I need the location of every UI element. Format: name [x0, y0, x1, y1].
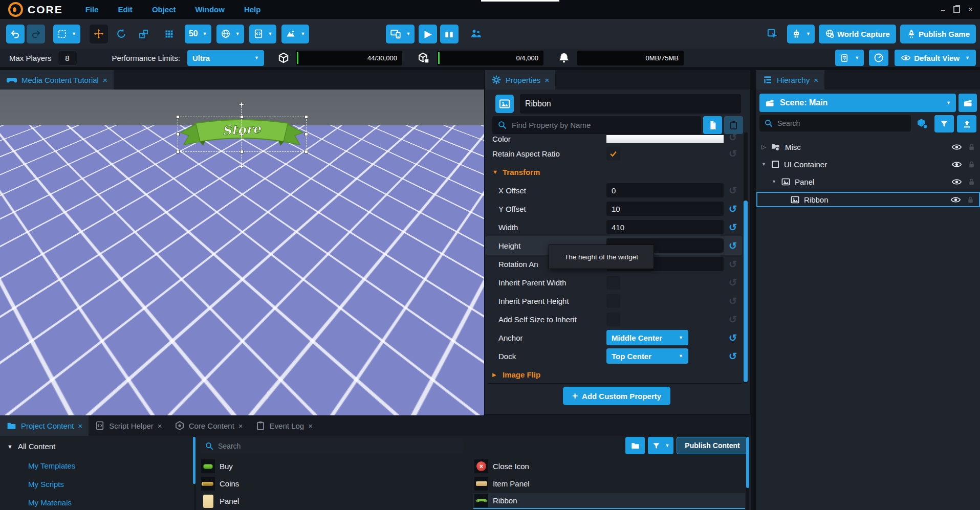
maximize-icon[interactable] — [953, 6, 960, 13]
retain-aspect-checkbox[interactable] — [606, 147, 620, 161]
tab-core-content[interactable]: Core Content × — [168, 415, 249, 436]
close-tab-icon[interactable]: × — [78, 422, 82, 430]
visibility-eye-icon[interactable] — [951, 142, 962, 152]
tree-my-materials[interactable]: My Materials — [28, 498, 72, 507]
reset-icon[interactable]: ↺ — [724, 332, 742, 344]
selection-handle[interactable] — [176, 132, 180, 136]
copy-properties-button[interactable] — [703, 116, 722, 134]
y-offset-field[interactable]: 10 — [606, 202, 724, 216]
terrain-dropdown[interactable]: ▼ — [281, 25, 309, 43]
selection-handle[interactable] — [176, 115, 180, 119]
close-tab-icon[interactable]: × — [545, 76, 549, 84]
reset-icon[interactable]: ↺ — [724, 132, 742, 143]
script-dropdown[interactable]: ▼ — [249, 25, 277, 43]
width-field[interactable]: 410 — [606, 220, 724, 234]
scene-3d-viewport[interactable]: Store + + + Z — [0, 90, 484, 415]
menu-help[interactable]: Help — [244, 5, 261, 14]
store-panel-widget[interactable] — [148, 139, 337, 362]
menu-file[interactable]: File — [85, 5, 99, 14]
selection-handle[interactable] — [304, 150, 308, 153]
property-search-input[interactable]: Find Property by Name — [492, 116, 701, 134]
tree-node-panel[interactable]: ▼ Panel — [756, 174, 980, 189]
tree-node-misc[interactable]: ▷ Misc — [756, 140, 980, 154]
expander-expanded-icon[interactable]: ▼ — [772, 179, 779, 184]
content-scrollbar-thumb[interactable] — [746, 437, 749, 488]
hierarchy-search-input[interactable]: Search — [759, 115, 911, 131]
pause-button[interactable]: ▮▮ — [440, 25, 459, 43]
x-offset-field[interactable]: 0 — [606, 183, 724, 197]
grid-snap-button[interactable] — [160, 25, 179, 43]
publish-content-button[interactable]: Publish Content — [677, 437, 748, 454]
selection-handle[interactable] — [176, 150, 180, 153]
multiplayer-preview-mode-dropdown[interactable]: ▼ — [835, 50, 864, 66]
close-tab-icon[interactable]: × — [103, 76, 107, 84]
minimize-icon[interactable]: – — [941, 6, 945, 14]
reset-icon[interactable]: ↺ — [724, 221, 742, 233]
expander-expanded-icon[interactable]: ▼ — [761, 162, 769, 167]
hierarchy-export-button[interactable] — [957, 115, 976, 132]
selection-handle[interactable] — [240, 115, 244, 119]
close-tab-icon[interactable]: × — [158, 422, 162, 430]
menu-window[interactable]: Window — [195, 5, 225, 14]
tab-hierarchy[interactable]: Hierarchy × — [756, 70, 824, 90]
reset-icon[interactable]: ↺ — [724, 258, 742, 270]
close-tab-icon[interactable]: × — [308, 422, 313, 430]
new-folder-button[interactable] — [625, 437, 645, 454]
section-image-flip[interactable]: ▶ Image Flip — [485, 365, 742, 383]
add-custom-property-button[interactable]: + Add Custom Property — [563, 387, 670, 405]
selection-handle[interactable] — [304, 115, 308, 119]
expander-expanded-icon[interactable]: ▼ — [7, 444, 13, 450]
menu-edit[interactable]: Edit — [118, 5, 133, 14]
tree-scrollbar-thumb[interactable] — [193, 437, 195, 484]
lock-icon[interactable] — [967, 160, 976, 169]
tab-script-helper[interactable]: Script Helper × — [89, 415, 168, 436]
tree-node-ribbon[interactable]: Ribbon — [756, 192, 980, 207]
preview-device-dropdown[interactable]: ▼ — [386, 25, 415, 43]
tab-media-content-tutorial[interactable]: Media Content Tutorial × — [0, 70, 114, 90]
lock-icon[interactable] — [966, 195, 975, 204]
reset-icon[interactable]: ↺ — [724, 148, 742, 160]
reset-icon[interactable]: ↺ — [724, 314, 742, 325]
reset-icon[interactable]: ↺ — [724, 295, 742, 307]
visibility-eye-icon[interactable] — [951, 159, 962, 170]
properties-scrollbar-thumb[interactable] — [744, 201, 748, 382]
close-tab-icon[interactable]: × — [814, 76, 818, 84]
section-transform[interactable]: ▼ Transform — [485, 163, 742, 181]
object-name-field[interactable]: Ribbon — [520, 94, 741, 114]
tree-node-ui-container[interactable]: ▼ UI Container — [756, 157, 980, 171]
selection-handle[interactable] — [304, 132, 308, 136]
scale-tool-button[interactable] — [135, 25, 153, 43]
visibility-eye-icon[interactable] — [950, 194, 961, 205]
hierarchy-filter-button[interactable] — [934, 115, 954, 132]
undo-button[interactable] — [6, 25, 25, 43]
tree-my-scripts[interactable]: My Scripts — [28, 480, 64, 489]
tree-my-templates[interactable]: My Templates — [28, 461, 75, 470]
performance-limits-dropdown[interactable]: Ultra▼ — [187, 50, 264, 66]
asset-close-icon[interactable]: × Close Icon — [473, 458, 745, 474]
visibility-eye-icon[interactable] — [951, 176, 962, 187]
content-filter-dropdown[interactable]: ▼ — [648, 437, 673, 454]
play-button[interactable]: ▶ — [419, 25, 437, 43]
asset-coins[interactable]: Coins — [200, 476, 471, 492]
performance-panel-button[interactable] — [869, 50, 888, 66]
tab-properties[interactable]: Properties × — [485, 70, 555, 90]
select-tool-dropdown[interactable]: ▼ — [53, 25, 80, 43]
network-context-icon[interactable] — [916, 117, 929, 130]
max-players-value[interactable]: 8 — [58, 51, 77, 65]
redo-button[interactable] — [27, 25, 45, 43]
asset-panel[interactable]: Panel — [200, 493, 471, 509]
lock-icon[interactable] — [967, 178, 976, 186]
asset-buy[interactable]: Buy — [200, 458, 471, 474]
scene-manager-button[interactable] — [959, 94, 977, 112]
content-search-input[interactable]: Search — [200, 438, 463, 454]
publish-game-button[interactable]: Publish Game — [900, 25, 976, 43]
menu-object[interactable]: Object — [152, 5, 176, 14]
scene-selector-dropdown[interactable]: Scene: Main ▼ — [759, 94, 956, 112]
add-self-size-checkbox[interactable] — [606, 313, 620, 326]
grid-size-dropdown[interactable]: 50▼ — [185, 25, 211, 43]
reset-icon[interactable]: ↺ — [724, 350, 742, 362]
expander-collapsed-icon[interactable]: ▷ — [761, 144, 769, 150]
screenshot-mode-button[interactable] — [764, 25, 782, 43]
tab-event-log[interactable]: Event Log × — [249, 415, 319, 436]
world-capture-button[interactable]: World Capture — [819, 25, 896, 43]
